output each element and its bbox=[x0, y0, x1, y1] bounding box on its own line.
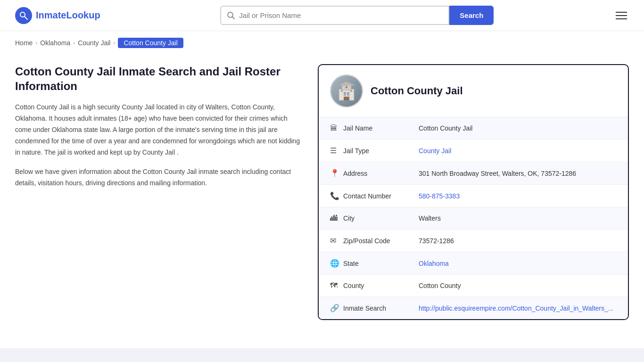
breadcrumb: Home › Oklahoma › County Jail › Cotton C… bbox=[0, 31, 644, 55]
svg-line-1 bbox=[25, 16, 27, 19]
hamburger-line-2 bbox=[616, 15, 627, 16]
info-label: City bbox=[343, 214, 419, 222]
info-icon: 🏙 bbox=[330, 214, 343, 222]
info-link[interactable]: http://public.esquireempire.com/Cotton_C… bbox=[419, 304, 613, 312]
info-value: Cotton County bbox=[419, 282, 461, 289]
breadcrumb-sep-2: › bbox=[73, 40, 75, 46]
breadcrumb-sep-1: › bbox=[35, 40, 37, 46]
info-row: ☰Jail TypeCounty Jail bbox=[319, 140, 628, 162]
info-value[interactable]: Oklahoma bbox=[419, 260, 449, 267]
breadcrumb-current: Cotton County Jail bbox=[118, 38, 183, 48]
info-value[interactable]: County Jail bbox=[419, 147, 451, 155]
svg-marker-6 bbox=[338, 82, 355, 85]
info-label: State bbox=[343, 260, 419, 267]
search-wrapper bbox=[220, 6, 449, 25]
breadcrumb-county-jail[interactable]: County Jail bbox=[78, 39, 110, 47]
info-icon: ☰ bbox=[330, 146, 343, 155]
info-label: Address bbox=[343, 170, 419, 177]
info-value: 73572-1286 bbox=[419, 237, 454, 245]
info-value[interactable]: 580-875-3383 bbox=[419, 192, 460, 200]
info-value[interactable]: http://public.esquireempire.com/Cotton_C… bbox=[419, 304, 613, 312]
card-title: Cotton County Jail bbox=[371, 85, 463, 97]
card-header: Cotton County Jail bbox=[319, 65, 628, 117]
breadcrumb-oklahoma[interactable]: Oklahoma bbox=[40, 39, 70, 47]
search-icon bbox=[227, 11, 235, 20]
site-header: InmateLookup Search bbox=[0, 0, 644, 31]
info-row: 🌐StateOklahoma bbox=[319, 252, 628, 275]
info-icon: 📞 bbox=[330, 191, 343, 200]
info-icon: 🏛 bbox=[330, 124, 343, 132]
info-value: Cotton County Jail bbox=[419, 124, 472, 132]
info-row: 📍Address301 North Broadway Street, Walte… bbox=[319, 162, 628, 185]
svg-rect-11 bbox=[350, 90, 352, 92]
svg-rect-9 bbox=[344, 97, 349, 100]
search-button[interactable]: Search bbox=[449, 6, 494, 25]
info-row: 🏙CityWalters bbox=[319, 207, 628, 230]
page-description-2: Below we have given information about th… bbox=[15, 166, 303, 189]
svg-rect-8 bbox=[347, 92, 349, 96]
logo-text: InmateLookup bbox=[36, 10, 100, 21]
info-label: Jail Name bbox=[343, 124, 419, 132]
info-link[interactable]: County Jail bbox=[419, 147, 451, 155]
info-link[interactable]: 580-875-3383 bbox=[419, 192, 460, 200]
svg-line-3 bbox=[232, 16, 235, 19]
info-label: Zip/Postal Code bbox=[343, 237, 419, 245]
logo-link[interactable]: InmateLookup bbox=[15, 7, 100, 24]
search-input[interactable] bbox=[239, 7, 443, 24]
info-row: 🏛Jail NameCotton County Jail bbox=[319, 117, 628, 140]
avatar-image bbox=[331, 75, 362, 107]
info-icon: 🔗 bbox=[330, 304, 343, 313]
building-icon bbox=[336, 81, 357, 101]
info-value: Walters bbox=[419, 214, 441, 222]
info-label: Contact Number bbox=[343, 192, 419, 200]
jail-info-card: Cotton County Jail 🏛Jail NameCotton Coun… bbox=[318, 64, 629, 320]
info-row: ✉Zip/Postal Code73572-1286 bbox=[319, 230, 628, 252]
info-icon: 📍 bbox=[330, 169, 343, 178]
info-label: Inmate Search bbox=[343, 304, 419, 312]
hamburger-line-3 bbox=[616, 18, 627, 19]
breadcrumb-sep-3: › bbox=[113, 40, 115, 46]
breadcrumb-home[interactable]: Home bbox=[15, 39, 33, 47]
footer bbox=[0, 348, 644, 362]
info-icon: 🗺 bbox=[330, 281, 343, 290]
main-layout: Cotton County Jail Inmate Search and Jai… bbox=[0, 55, 644, 339]
info-rows: 🏛Jail NameCotton County Jail☰Jail TypeCo… bbox=[319, 117, 628, 319]
left-content: Cotton County Jail Inmate Search and Jai… bbox=[15, 64, 303, 197]
info-label: County bbox=[343, 282, 419, 289]
search-area: Search bbox=[220, 6, 494, 25]
svg-rect-10 bbox=[341, 90, 343, 92]
info-row: 🔗Inmate Searchhttp://public.esquireempir… bbox=[319, 297, 628, 319]
page-title: Cotton County Jail Inmate Search and Jai… bbox=[15, 64, 303, 93]
info-link[interactable]: Oklahoma bbox=[419, 260, 449, 267]
info-label: Jail Type bbox=[343, 147, 419, 155]
hamburger-line-1 bbox=[616, 12, 627, 13]
info-row: 🗺CountyCotton County bbox=[319, 275, 628, 297]
info-value: 301 North Broadway Street, Walters, OK, … bbox=[419, 170, 576, 177]
page-description-1: Cotton County Jail is a high security Co… bbox=[15, 102, 303, 158]
svg-point-12 bbox=[346, 86, 347, 88]
svg-rect-7 bbox=[344, 92, 346, 96]
info-icon: ✉ bbox=[330, 236, 343, 245]
info-icon: 🌐 bbox=[330, 259, 343, 268]
info-row: 📞Contact Number580-875-3383 bbox=[319, 185, 628, 207]
logo-icon bbox=[15, 7, 32, 24]
hamburger-menu-button[interactable] bbox=[614, 10, 629, 21]
avatar bbox=[330, 74, 363, 107]
